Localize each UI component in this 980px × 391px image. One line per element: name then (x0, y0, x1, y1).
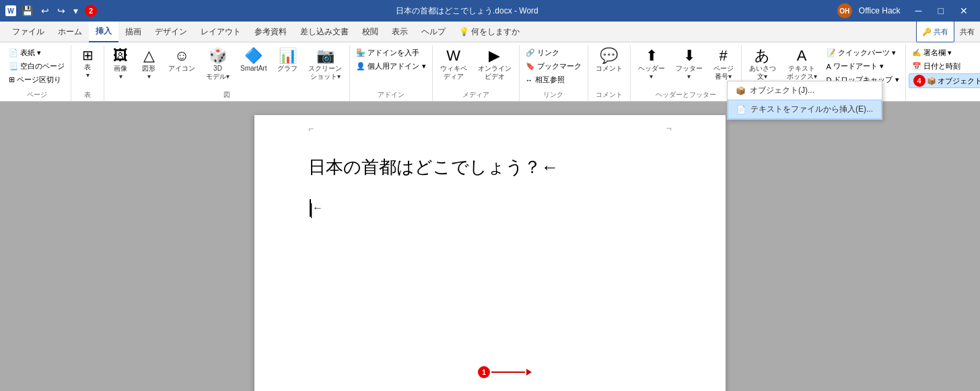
image-label: 画像▾ (114, 65, 127, 81)
comment-label: コメント (596, 65, 623, 73)
screenshot-btn[interactable]: 📷 スクリーンショット▾ (304, 46, 347, 83)
symbols-items: ✍ 署名欄 ▾ 📅 日付と時刻 4 📦 オブジェクト ▾ (909, 45, 980, 98)
return-mark: ← (312, 202, 323, 214)
step1-arrow-head (526, 369, 532, 376)
wordart-btn[interactable]: A ワードアート ▾ (823, 60, 903, 73)
insert-text-from-file-item[interactable]: 📄 テキストをファイルから挿入(E)... (728, 100, 882, 119)
datetime-btn[interactable]: 📅 日付と時刻 (909, 60, 980, 73)
icons-btn[interactable]: ☺ アイコン (164, 46, 200, 75)
maximize-btn[interactable]: □ (932, 0, 950, 22)
signature-label: 署名欄 ▾ (923, 48, 952, 58)
object-insert-item[interactable]: 📦 オブジェクト(J)... (728, 81, 882, 100)
object-btn[interactable]: 4 📦 オブジェクト ▾ (909, 73, 980, 88)
table-btn[interactable]: ⊞ 表▾ (74, 46, 101, 81)
illustrations-items: 🖼 画像▾ △ 図形▾ ☺ アイコン 🎲 3Dモデル▾ 🔷 Smart (107, 45, 347, 89)
smartart-btn[interactable]: 🔷 SmartArt (236, 46, 271, 75)
footer-icon: ⬇ (683, 48, 695, 63)
group-page-label: ページ (5, 89, 68, 101)
document-area: ⌐ ¬ 日本の首都はどこでしょう？← | ← 1 (0, 102, 980, 391)
screenshot-label: スクリーンショット▾ (308, 65, 342, 81)
link-icon: 🔗 (526, 48, 535, 57)
bookmark-btn[interactable]: 🔖 ブックマーク (522, 60, 585, 73)
lightbulb-icon: 💡 (459, 27, 469, 36)
account-btn[interactable]: 🔑 共有 (916, 21, 954, 42)
shapes-btn[interactable]: △ 図形▾ (135, 46, 162, 83)
tab-references[interactable]: 参考資料 (248, 22, 293, 42)
quickparts-label: クイックパーツ ▾ (838, 48, 896, 58)
image-btn[interactable]: 🖼 画像▾ (107, 46, 134, 83)
3d-label: 3Dモデル▾ (206, 65, 230, 81)
header-btn[interactable]: ⬆ ヘッダー▾ (633, 46, 670, 83)
page-num-btn[interactable]: # ページ番号▾ (709, 46, 738, 83)
textbox-icon: A (797, 48, 807, 63)
tab-review[interactable]: 校閲 (355, 22, 385, 42)
textbox-label: テキストボックス▾ (787, 65, 817, 81)
cover-page-btn[interactable]: 📄 表紙 ▾ (5, 46, 68, 59)
cross-ref-icon: ↔ (526, 76, 533, 84)
signature-btn[interactable]: ✍ 署名欄 ▾ (909, 46, 980, 59)
get-addins-btn[interactable]: 🏪 アドインを入手 (353, 46, 429, 59)
table-icon: ⊞ (82, 48, 94, 62)
my-addins-btn[interactable]: 👤 個人用アドイン ▾ (353, 60, 429, 73)
textbox-btn[interactable]: A テキストボックス▾ (782, 46, 822, 83)
tab-file[interactable]: ファイル (5, 22, 51, 42)
oh-badge: OH (837, 3, 852, 18)
minimize-btn[interactable]: ─ (909, 0, 929, 22)
tab-layout[interactable]: レイアウト (194, 22, 248, 42)
save-btn[interactable]: 💾 (19, 4, 36, 17)
datetime-icon: 📅 (912, 62, 921, 71)
media-items: W ウィキペディア ▶ オンラインビデオ (435, 45, 516, 89)
group-media: W ウィキペディア ▶ オンラインビデオ メディア (433, 45, 520, 101)
tab-draw[interactable]: 描画 (118, 22, 148, 42)
footer-btn[interactable]: ⬇ フッター▾ (671, 46, 707, 83)
group-links-label: リンク (522, 89, 585, 101)
link-btn[interactable]: 🔗 リンク (522, 46, 585, 59)
quickparts-btn[interactable]: 📝 クイックパーツ ▾ (823, 46, 903, 59)
step1-arrow-line (491, 371, 525, 373)
wikipedia-btn[interactable]: W ウィキペディア (435, 46, 472, 83)
tab-help[interactable]: ヘルプ (415, 22, 452, 42)
share-label: 共有 (960, 27, 975, 37)
shapes-icon: △ (143, 48, 155, 63)
break-icon: ⊞ (9, 75, 15, 84)
bookmark-label: ブックマーク (537, 61, 582, 71)
close-btn[interactable]: ✕ (953, 0, 975, 22)
cover-label: 表紙 ▾ (20, 48, 41, 58)
wikipedia-icon: W (446, 48, 460, 63)
title-bar: W 💾 ↩ ↪ ▾ 2 日本の首都はどこでしょう.docx - Word OH … (0, 0, 980, 22)
icons-label: アイコン (168, 65, 195, 73)
comment-icon: 💬 (600, 48, 618, 63)
tab-insert[interactable]: 挿入 (89, 22, 118, 42)
tab-search[interactable]: 💡 何をしますか (452, 22, 526, 42)
chart-btn[interactable]: 📊 グラフ (273, 46, 302, 75)
tab-design[interactable]: デザイン (148, 22, 194, 42)
title-bar-left: W 💾 ↩ ↪ ▾ 2 (5, 4, 97, 17)
wordart-label: ワードアート ▾ (833, 61, 884, 71)
cross-ref-btn[interactable]: ↔ 相互参照 (522, 73, 585, 86)
quickparts-icon: 📝 (827, 48, 836, 57)
shapes-label: 図形▾ (142, 65, 155, 81)
signature-icon: ✍ (912, 48, 921, 57)
text-cursor: | (310, 199, 311, 217)
3d-btn[interactable]: 🎲 3Dモデル▾ (201, 46, 234, 83)
sym-col1: ✍ 署名欄 ▾ 📅 日付と時刻 4 📦 オブジェクト ▾ (909, 46, 980, 88)
redo-btn[interactable]: ↪ (55, 4, 68, 17)
page-break-btn[interactable]: ⊞ ページ区切り (5, 73, 68, 86)
step1-annotation: 1 (477, 366, 532, 378)
group-comments: 💬 コメント コメント (588, 45, 631, 101)
comment-btn[interactable]: 💬 コメント (591, 46, 627, 75)
tab-mailings[interactable]: 差し込み文書 (293, 22, 355, 42)
object-item-label: オブジェクト(J)... (750, 85, 814, 96)
undo-btn[interactable]: ↩ (38, 4, 52, 17)
online-video-btn[interactable]: ▶ オンラインビデオ (473, 46, 516, 83)
online-video-icon: ▶ (489, 48, 500, 63)
qat-more-btn[interactable]: ▾ (71, 4, 81, 17)
blank-page-btn[interactable]: 📃 空白のページ (5, 60, 68, 73)
group-hf-label: ヘッダーとフッター (633, 89, 738, 101)
group-page: 📄 表紙 ▾ 📃 空白のページ ⊞ ページ区切り ページ (3, 45, 71, 101)
links-items: 🔗 リンク 🔖 ブックマーク ↔ 相互参照 (522, 45, 585, 89)
links-col: 🔗 リンク 🔖 ブックマーク ↔ 相互参照 (522, 46, 585, 86)
tab-view[interactable]: 表示 (385, 22, 415, 42)
greeting-btn[interactable]: あ あいさつ文▾ (744, 46, 781, 83)
tab-home[interactable]: ホーム (51, 22, 89, 42)
